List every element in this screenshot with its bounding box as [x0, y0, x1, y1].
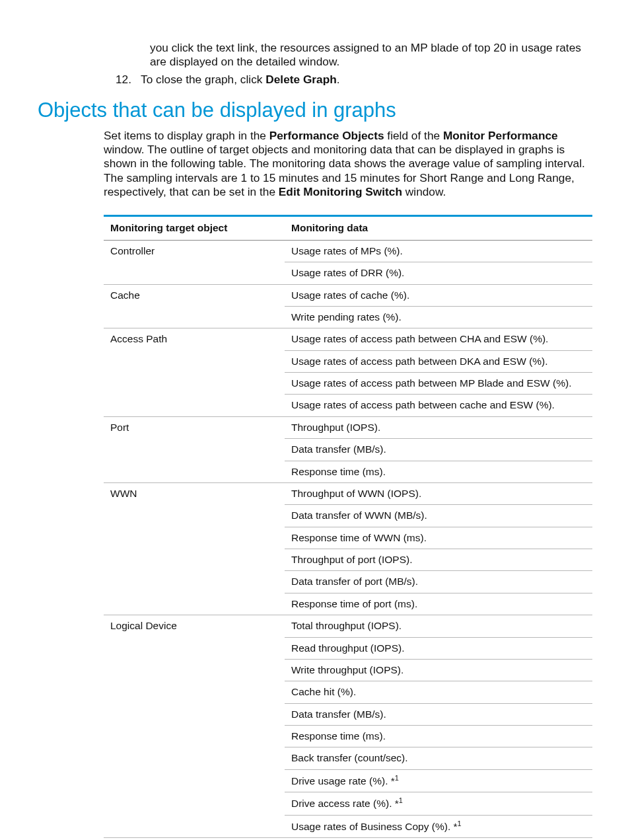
page-container: you click the text link, the resources a… — [0, 0, 630, 840]
cell-object — [104, 593, 285, 615]
cell-object — [104, 571, 285, 593]
cell-object — [104, 659, 285, 681]
intro-1c: field of the — [384, 129, 443, 142]
cell-object: WWN — [104, 482, 285, 504]
table-row: Read throughput (IOPS). — [104, 637, 592, 659]
cell-object — [104, 461, 285, 482]
cell-data: Data transfer of port (MB/s). — [285, 571, 592, 593]
intro-1e: window. — [104, 143, 144, 156]
cell-data: Usage rates of Business Copy (%). *1 — [285, 815, 592, 838]
table-row: Response time of WWN (ms). — [104, 527, 592, 549]
table-row: CacheUsage rates of cache (%). — [104, 284, 592, 306]
cell-object — [104, 350, 285, 372]
cell-object: Logical Device — [104, 615, 285, 637]
cell-data: Usage rates of access path between CHA a… — [285, 328, 592, 350]
section-intro: Set items to display graph in the Perfor… — [104, 129, 592, 198]
cell-object: Cache — [104, 284, 285, 306]
cell-data: Cache hit (%). — [285, 681, 592, 703]
step-12: 12. To close the graph, click Delete Gra… — [104, 73, 592, 87]
table-row: ControllerUsage rates of MPs (%). — [104, 240, 592, 262]
cell-data: Drive access rate (%). *1 — [285, 792, 592, 816]
step-12-pre: To close the graph, click — [141, 73, 265, 86]
table-row: Response time (ms). — [104, 726, 592, 747]
table-row: WWNThroughput of WWN (IOPS). — [104, 482, 592, 504]
cell-object — [104, 681, 285, 703]
cell-data-text: Drive usage rate (%). * — [291, 775, 395, 786]
table-row: Response time of port (ms). — [104, 593, 592, 615]
cell-object — [104, 527, 285, 549]
cell-object — [104, 373, 285, 395]
cell-object — [104, 439, 285, 461]
cell-data-sup: 1 — [399, 796, 403, 804]
intro-1d: Monitor Performance — [443, 129, 558, 142]
cell-data: Response time (ms). — [285, 461, 592, 482]
table-row: Usage rates of Business Copy (%). *1 — [104, 815, 592, 838]
cell-data: Data transfer (MB/s). — [285, 439, 592, 461]
cell-data-text: Usage rates of Business Copy (%). * — [291, 821, 458, 832]
table-row: Usage rates of access path between MP Bl… — [104, 373, 592, 395]
table-row: Usage rates of access path between cache… — [104, 395, 592, 416]
intro-2b: Edit Monitoring Switch — [279, 185, 402, 198]
cell-data-text: Drive access rate (%). * — [291, 798, 399, 809]
cell-object — [104, 262, 285, 284]
cell-data: Write throughput (IOPS). — [285, 659, 592, 681]
table-row: Data transfer (MB/s). — [104, 703, 592, 725]
cell-data: Total throughput (IOPS). — [285, 615, 592, 637]
table-body: ControllerUsage rates of MPs (%).Usage r… — [104, 240, 592, 840]
cell-object: Controller — [104, 240, 285, 262]
table-row: Usage rates of DRR (%). — [104, 262, 592, 284]
cell-data: Data transfer of WWN (MB/s). — [285, 505, 592, 527]
cell-object — [104, 726, 285, 747]
cell-data: Throughput of WWN (IOPS). — [285, 482, 592, 504]
cell-data: Back transfer (count/sec). — [285, 747, 592, 769]
cell-data-sup: 1 — [395, 774, 399, 782]
table-row: PortThroughput (IOPS). — [104, 416, 592, 438]
intro-1b: Performance Objects — [269, 129, 384, 142]
table-row: Write throughput (IOPS). — [104, 659, 592, 681]
cell-object: Access Path — [104, 328, 285, 350]
table-row: Data transfer (MB/s). — [104, 439, 592, 461]
cell-object — [104, 769, 285, 792]
th-data: Monitoring data — [285, 215, 592, 240]
cont-line-1: you click the text link, the resources a… — [150, 41, 581, 54]
table-row: Throughput of port (IOPS). — [104, 549, 592, 571]
cell-data: Response time of port (ms). — [285, 593, 592, 615]
cell-object: Port — [104, 416, 285, 438]
cell-data: Usage rates of MPs (%). — [285, 240, 592, 262]
intro-1a: Set items to display graph in the — [104, 129, 269, 142]
table-row: Back transfer (count/sec). — [104, 747, 592, 769]
cell-data: Throughput (IOPS). — [285, 416, 592, 438]
cell-data: Throughput of port (IOPS). — [285, 549, 592, 571]
cell-data: Drive usage rate (%). *1 — [285, 769, 592, 792]
table-row: Response time (ms). — [104, 461, 592, 482]
monitoring-table: Monitoring target object Monitoring data… — [104, 215, 592, 840]
cell-object — [104, 395, 285, 416]
step-12-post: . — [337, 73, 340, 86]
cell-data: Read throughput (IOPS). — [285, 637, 592, 659]
table-row: Drive usage rate (%). *1 — [104, 769, 592, 792]
cell-object — [104, 815, 285, 838]
cell-object — [104, 747, 285, 769]
cell-object — [104, 792, 285, 816]
cell-object — [104, 637, 285, 659]
table-row: Access PathUsage rates of access path be… — [104, 328, 592, 350]
table-row: Logical DeviceTotal throughput (IOPS). — [104, 615, 592, 637]
table-row: Cache hit (%). — [104, 681, 592, 703]
cell-data: Data transfer (MB/s). — [285, 703, 592, 725]
step-12-number: 12. — [104, 73, 141, 87]
cell-object — [104, 505, 285, 527]
table-row: Data transfer of port (MB/s). — [104, 571, 592, 593]
cell-data: Response time of WWN (ms). — [285, 527, 592, 549]
cont-line-2: are displayed on the detailed window. — [150, 55, 339, 68]
cell-object — [104, 306, 285, 328]
intro-2c: window. — [402, 185, 446, 198]
cell-data: Write pending rates (%). — [285, 306, 592, 328]
cell-data: Usage rates of access path between cache… — [285, 395, 592, 416]
cell-data: Usage rates of access path between MP Bl… — [285, 373, 592, 395]
th-object: Monitoring target object — [104, 215, 285, 240]
cell-data: Response time (ms). — [285, 726, 592, 747]
table-header-row: Monitoring target object Monitoring data — [104, 215, 592, 240]
cell-object — [104, 549, 285, 571]
cell-data: Usage rates of DRR (%). — [285, 262, 592, 284]
step-12-bold: Delete Graph — [265, 73, 337, 86]
